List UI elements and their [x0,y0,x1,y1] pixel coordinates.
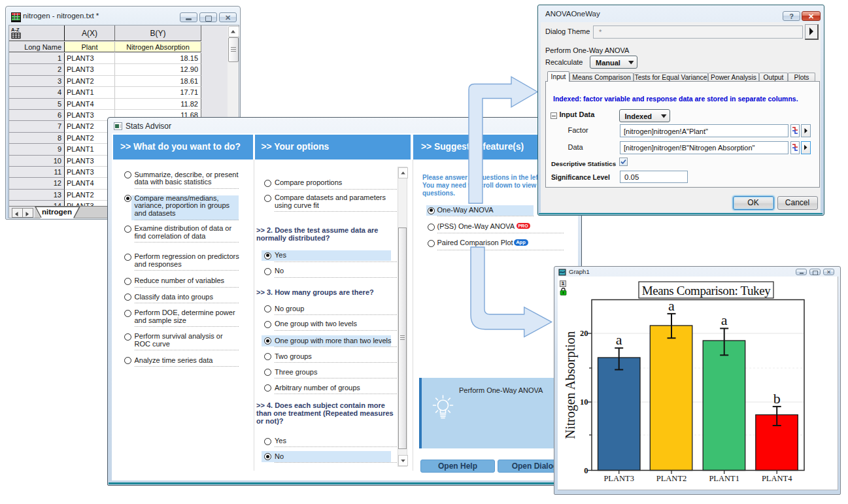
svg-text:20: 20 [580,329,588,338]
svg-text:0: 0 [584,466,588,475]
svg-text:A-Z: A-Z [11,27,20,33]
svg-text:Means Comparison: Tukey: Means Comparison: Tukey [642,284,772,297]
svg-text:PLANT2: PLANT2 [656,474,687,483]
svg-text:10: 10 [580,397,588,407]
svg-text:Nitrogen Absorption: Nitrogen Absorption [563,331,578,439]
svg-text:PLANT4: PLANT4 [762,474,792,483]
svg-text:a: a [721,312,728,328]
svg-text:b: b [773,390,781,407]
svg-text:a: a [616,331,622,348]
svg-text:PLANT1: PLANT1 [709,474,739,483]
svg-text:PLANT3: PLANT3 [603,474,634,483]
